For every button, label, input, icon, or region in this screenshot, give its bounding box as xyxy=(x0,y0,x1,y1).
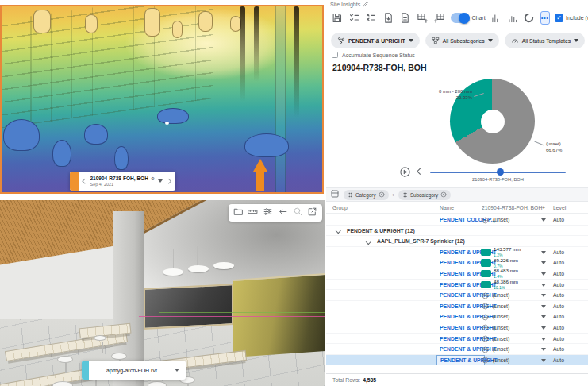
search-icon[interactable] xyxy=(293,206,303,220)
value-dropdown-icon[interactable] xyxy=(541,338,546,341)
gear-icon[interactable]: ⚙ xyxy=(151,176,155,181)
export-csv-icon[interactable] xyxy=(382,12,394,24)
include-unset-checkbox[interactable]: ✓Include (unset) xyxy=(555,14,588,22)
multiselect-clear-icon[interactable] xyxy=(365,12,377,24)
edit-icon[interactable] xyxy=(363,1,369,8)
app-window: 210904-R738-FOH, BOH ⚙ Sep 4, 2021 xyxy=(0,0,588,386)
filter-row: PENDENT & UPRIGHT All Subcategories All … xyxy=(331,33,588,48)
add-table-row-icon[interactable] xyxy=(417,12,429,24)
value-dropdown-icon[interactable] xyxy=(541,272,546,276)
export-xls-icon[interactable] xyxy=(399,12,411,24)
unset-icon xyxy=(482,335,489,342)
scan-heading: 210904-R738-FOH, BOH xyxy=(332,63,426,72)
scan-dropdown-icon[interactable] xyxy=(158,179,163,183)
scan-title: 210904-R738-FOH, BOH xyxy=(90,176,148,181)
table-row[interactable]: PENDENT COLOR P... (unset) Auto xyxy=(326,214,588,226)
save-icon[interactable] xyxy=(331,12,343,24)
collapse-icon xyxy=(366,239,371,244)
unset-icon xyxy=(482,357,489,364)
measure-icon[interactable] xyxy=(248,206,258,220)
settings-sliders-icon[interactable] xyxy=(263,206,273,220)
table-row[interactable]: PENDENT & UPRIGHT (unset) Auto xyxy=(326,290,588,301)
table-row[interactable]: PENDENT & UPRIGHT 143.577 mm1.2% Auto xyxy=(326,247,588,258)
drag-indicator-icon xyxy=(348,192,353,198)
accumulate-checkbox[interactable] xyxy=(332,52,338,58)
value-dropdown-icon[interactable] xyxy=(541,261,546,264)
chip-separator: › xyxy=(393,192,394,198)
unset-icon xyxy=(482,346,489,353)
status-template-filter-label: All Status Templates xyxy=(522,38,571,44)
subcategory-filter[interactable]: All Subcategories xyxy=(425,33,499,48)
remove-chip-icon xyxy=(440,191,447,198)
table-body: PENDENT COLOR P... (unset) Auto PENDENT … xyxy=(326,214,588,365)
scan-accent-bar xyxy=(70,172,79,191)
model-accent-bar xyxy=(82,361,89,380)
total-rows-label: Total Rows: xyxy=(332,377,360,383)
donut-leader-right xyxy=(534,141,544,146)
value-dropdown-icon[interactable] xyxy=(541,218,546,222)
value-dropdown-icon[interactable] xyxy=(541,305,546,308)
unset-icon xyxy=(482,303,489,310)
table-row[interactable]: PENDENT & UPRIGHT (unset) Auto xyxy=(326,344,588,355)
col-group: Group xyxy=(332,205,348,210)
table-row[interactable]: PENDENT & UPRIGHT 88.483 mm1.4% Auto xyxy=(326,268,588,280)
folder-icon[interactable] xyxy=(233,206,244,220)
play-button[interactable] xyxy=(399,166,411,181)
bar-chart-icon[interactable] xyxy=(490,13,502,24)
back-arrow-icon[interactable] xyxy=(278,206,288,220)
subcategory-filter-label: All Subcategories xyxy=(443,38,485,44)
total-rows-value: 4,535 xyxy=(363,377,376,383)
category-chip-label: Category xyxy=(355,192,376,198)
timeline-label: 210904-R738-FOH, BOH xyxy=(430,177,566,182)
group-row[interactable]: AAPL_PLUM_SPR-7 Sprinkler (12) xyxy=(326,236,588,247)
table-row[interactable]: PENDENT & UPRIGHT (unset) Auto xyxy=(326,334,588,345)
value-dropdown-icon[interactable] xyxy=(541,326,546,330)
accumulate-row: Accumulate Sequence Status xyxy=(332,52,415,58)
value-dropdown-icon[interactable] xyxy=(541,294,546,297)
category-filter[interactable]: PENDENT & UPRIGHT xyxy=(331,33,420,48)
more-options-button[interactable]: ••• xyxy=(540,11,550,25)
panel-title-row: Site Insights xyxy=(330,1,369,8)
add-column-button[interactable]: + xyxy=(542,205,545,210)
chart-toggle[interactable]: Chart xyxy=(451,13,486,23)
category-chip[interactable]: Category xyxy=(344,190,389,200)
group-by-icon[interactable] xyxy=(330,187,340,202)
table-footer: Total Rows:4,535 xyxy=(326,373,588,386)
grouping-row: Category › Subcategory xyxy=(326,187,588,202)
table-row[interactable]: PENDENT & UPRIGHT 48.386 mm10.1% Auto xyxy=(326,280,588,291)
group-row[interactable]: PENDENT & UPRIGHT (12) xyxy=(326,226,588,237)
timeline-slider-handle[interactable] xyxy=(497,168,504,176)
pointcloud-viewport[interactable]: 210904-R738-FOH, BOH ⚙ Sep 4, 2021 xyxy=(0,5,324,194)
remove-chip-icon xyxy=(379,191,385,198)
model-viewport[interactable]: apmyg-arch-FOH.rvt xyxy=(0,200,325,386)
add-table-column-icon[interactable] xyxy=(433,12,445,24)
next-scan-icon[interactable] xyxy=(166,179,171,183)
table-row[interactable]: PENDENT & UPRIGHT (unset) Auto xyxy=(326,311,588,322)
multiselect-check-icon[interactable] xyxy=(348,12,360,24)
table-row[interactable]: PENDENT & UPRIGHT (unset) Auto xyxy=(326,322,588,334)
value-dropdown-icon[interactable] xyxy=(541,359,546,362)
status-template-filter[interactable]: All Status Templates xyxy=(505,33,585,48)
table-row[interactable]: PENDENT & UPRIGHT (unset) Auto xyxy=(326,301,588,312)
category-filter-label: PENDENT & UPRIGHT xyxy=(348,38,405,44)
model-dropdown-icon[interactable] xyxy=(175,369,179,372)
value-dropdown-icon[interactable] xyxy=(541,284,546,287)
value-dropdown-icon[interactable] xyxy=(541,251,546,254)
open-in-new-icon[interactable] xyxy=(307,206,317,220)
chart-toggle-label: Chart xyxy=(472,15,486,21)
value-dropdown-icon[interactable] xyxy=(541,348,546,351)
unset-icon xyxy=(482,314,489,321)
scan-date: Sep 4, 2021 xyxy=(90,182,158,187)
table-row-selected[interactable]: PENDENT & UPRIGHT (unset) Auto xyxy=(326,355,588,366)
drag-indicator-icon xyxy=(402,192,408,198)
collapse-icon xyxy=(336,228,340,233)
subcategory-chip[interactable]: Subcategory xyxy=(398,190,451,200)
timeline-prev-icon[interactable] xyxy=(417,168,424,175)
panel-title: Site Insights xyxy=(330,2,360,7)
table-row[interactable]: PENDENT & UPRIGHT 89.226 mm0.7% Auto xyxy=(326,257,588,268)
scan-selector-card: 210904-R738-FOH, BOH ⚙ Sep 4, 2021 xyxy=(70,172,175,191)
donut-chart-icon[interactable] xyxy=(523,12,535,24)
column-chart-icon[interactable] xyxy=(507,13,518,24)
value-dropdown-icon[interactable] xyxy=(541,315,546,318)
prev-scan-icon[interactable] xyxy=(83,179,87,183)
